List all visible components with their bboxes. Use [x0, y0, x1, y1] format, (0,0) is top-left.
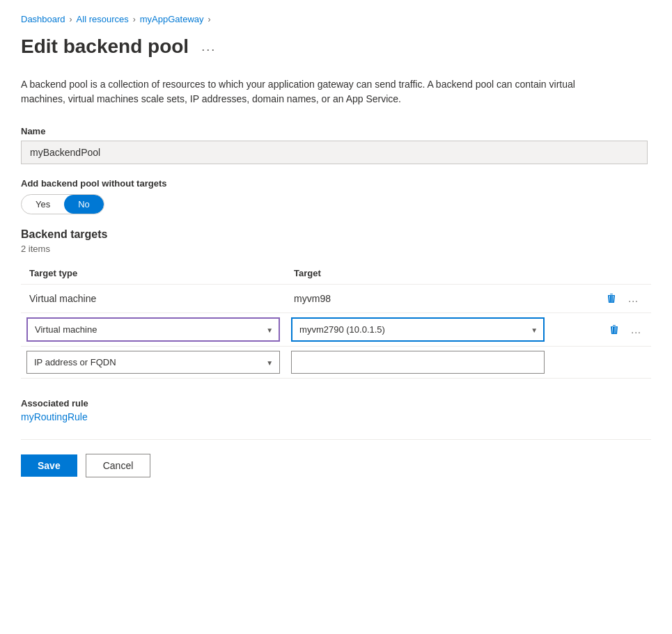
new-target-input[interactable]	[291, 351, 545, 374]
page-description: A backend pool is a collection of resour…	[21, 77, 592, 106]
edit-actions-cell: ...	[550, 313, 651, 347]
breadcrumb-gateway[interactable]: myAppGateway	[140, 14, 204, 24]
breadcrumb-allresources[interactable]: All resources	[77, 14, 129, 24]
dots-icon: ...	[628, 293, 639, 304]
col-header-actions	[550, 262, 651, 285]
toggle-yes[interactable]: Yes	[22, 195, 64, 214]
table-row: Virtual machine myvm98 ...	[21, 285, 651, 313]
row1-type: Virtual machine	[21, 285, 286, 313]
row1-target: myvm98	[286, 285, 550, 313]
edit-target-cell: myvm2790 (10.0.1.5) ▼	[286, 313, 550, 347]
edit-type-wrapper: Virtual machine IP address or FQDN ▼	[26, 317, 280, 342]
action-buttons: Save Cancel	[21, 454, 651, 477]
breadcrumb: Dashboard › All resources › myAppGateway…	[21, 14, 651, 24]
breadcrumb-dashboard[interactable]: Dashboard	[21, 14, 65, 24]
row1-actions: ...	[550, 285, 651, 313]
edit-delete-button[interactable]	[604, 322, 624, 338]
targets-table: Target type Target Virtual machine myvm9…	[21, 262, 651, 379]
breadcrumb-sep-3: ›	[208, 15, 211, 24]
edit-type-cell: Virtual machine IP address or FQDN ▼	[21, 313, 286, 347]
associated-rule-section: Associated rule myRoutingRule	[21, 398, 651, 422]
toggle-group: Yes No	[21, 194, 104, 214]
row1-delete-button[interactable]	[602, 290, 621, 307]
new-type-select[interactable]: IP address or FQDN Virtual machine	[26, 351, 280, 374]
edit-more-button[interactable]: ...	[627, 322, 646, 338]
more-options-button[interactable]: ...	[197, 38, 220, 56]
name-section: Name	[21, 126, 651, 164]
divider	[21, 439, 651, 440]
breadcrumb-sep-1: ›	[70, 15, 72, 24]
new-type-cell: IP address or FQDN Virtual machine ▼	[21, 347, 286, 379]
new-target-cell	[286, 347, 550, 379]
items-count: 2 items	[21, 244, 651, 254]
backend-targets-title: Backend targets	[21, 228, 651, 241]
row1-more-button[interactable]: ...	[624, 290, 643, 307]
col-header-type: Target type	[21, 262, 286, 285]
new-type-wrapper: IP address or FQDN Virtual machine ▼	[26, 351, 280, 374]
toggle-section: Add backend pool without targets Yes No	[21, 178, 651, 214]
edit-target-select[interactable]: myvm2790 (10.0.1.5)	[291, 317, 545, 342]
save-button[interactable]: Save	[21, 454, 77, 477]
associated-rule-label: Associated rule	[21, 398, 651, 409]
name-input[interactable]	[21, 141, 648, 164]
associated-rule-link[interactable]: myRoutingRule	[21, 411, 88, 422]
edit-target-wrapper: myvm2790 (10.0.1.5) ▼	[291, 317, 545, 342]
trash-icon	[606, 293, 617, 304]
page-title: Edit backend pool	[21, 35, 189, 58]
table-row-edit: Virtual machine IP address or FQDN ▼ myv…	[21, 313, 651, 347]
backend-targets-section: Backend targets 2 items Target type Targ…	[21, 228, 651, 379]
new-actions-cell	[550, 347, 651, 379]
page-title-area: Edit backend pool ...	[21, 35, 651, 58]
toggle-label: Add backend pool without targets	[21, 178, 651, 189]
dots-icon-edit: ...	[631, 324, 641, 335]
breadcrumb-sep-2: ›	[133, 15, 136, 24]
cancel-button[interactable]: Cancel	[86, 454, 151, 477]
trash-icon-edit	[609, 324, 620, 335]
toggle-no[interactable]: No	[64, 195, 104, 214]
table-row-new: IP address or FQDN Virtual machine ▼	[21, 347, 651, 379]
name-label: Name	[21, 126, 651, 136]
edit-type-select[interactable]: Virtual machine IP address or FQDN	[26, 317, 280, 342]
col-header-target: Target	[286, 262, 550, 285]
